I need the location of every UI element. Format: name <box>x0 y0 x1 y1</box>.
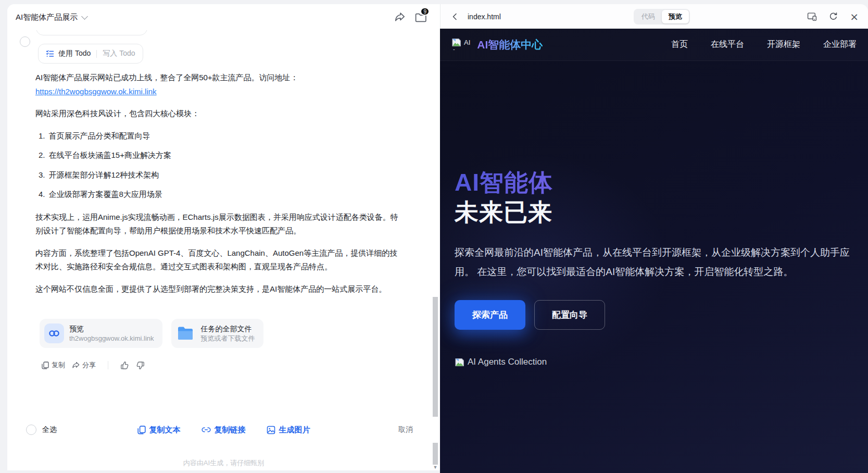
back-button[interactable] <box>451 13 459 21</box>
share-icon <box>72 362 80 369</box>
copy-icon <box>137 426 146 434</box>
files-card-subtitle: 预览或者下载文件 <box>201 334 255 343</box>
tab-preview[interactable]: 预览 <box>662 10 689 23</box>
chat-panel: AI智能体产品展示 9 <box>7 4 440 470</box>
window-edge <box>0 470 440 473</box>
message-select-radio[interactable] <box>20 36 30 47</box>
attachment-cards: 预览 th2wogbsggwow.ok.kimi.link 任务的全部文件 预览… <box>40 319 263 348</box>
preview-topbar: index.html 代码 预览 × <box>440 4 868 29</box>
list-item: 3.开源框架部分详解12种技术架构 <box>39 168 401 182</box>
broken-image-icon <box>455 358 466 367</box>
link-rings-icon <box>44 323 64 343</box>
chat-scroll-area: 使用 Todo 写入 Todo AI智能体产品展示网站已成功上线，整合了全网50… <box>7 24 440 412</box>
app-window: AI智能体产品展示 9 <box>0 0 868 473</box>
assistant-message: AI智能体产品展示网站已成功上线，整合了全网50+款主流产品。访问地址： htt… <box>35 71 401 304</box>
module-list: 1.首页展示产品分类和配置向导 2.在线平台板块涵盖15+商业解决方案 3.开源… <box>39 129 401 202</box>
refresh-icon[interactable] <box>829 12 838 21</box>
link-icon <box>202 426 211 434</box>
select-all-radio[interactable] <box>26 425 36 435</box>
hero-description: 探索全网最前沿的AI智能体产品，从在线平台到开源框架，从企业级解决方案到个人助手… <box>455 243 857 281</box>
nav-home[interactable]: 首页 <box>671 39 688 50</box>
site-brand[interactable]: AI智能体中心 <box>477 38 543 52</box>
generate-image-button[interactable]: 生成图片 <box>267 425 310 435</box>
message-actions: 复制 分享 <box>42 360 145 370</box>
message-paragraph-2: 网站采用深色科技风设计，包含四大核心模块： <box>35 107 401 121</box>
hero-title-gradient: AI智能体 <box>455 168 868 197</box>
ai-disclaimer: 内容由AI生成，请仔细甄别 <box>7 458 440 468</box>
todo-pill: 使用 Todo 写入 Todo <box>38 44 143 64</box>
divider <box>96 50 97 58</box>
selection-bar: 全选 复制文本 复制链接 <box>7 417 440 443</box>
code-preview-toggle: 代码 预览 <box>634 9 690 24</box>
image-alt-text: AI Agents Collection <box>468 357 547 367</box>
nav-open-source[interactable]: 开源框架 <box>767 39 800 50</box>
share-icon[interactable] <box>393 11 406 23</box>
list-item: 2.在线平台板块涵盖15+商业解决方案 <box>39 148 401 163</box>
folder-badge: 9 <box>420 7 430 16</box>
todo-use-button[interactable]: 使用 Todo <box>58 49 91 58</box>
nav-enterprise[interactable]: 企业部署 <box>823 39 857 50</box>
todo-checklist-icon <box>46 49 54 58</box>
blue-folder-icon <box>176 325 196 342</box>
message-paragraph-3: 技术实现上，运用Anime.js实现流畅动画，ECharts.js展示数据图表，… <box>35 210 401 238</box>
chat-header: AI智能体产品展示 9 <box>7 4 440 30</box>
preview-card-title: 预览 <box>69 324 154 334</box>
close-icon[interactable]: × <box>850 11 859 22</box>
config-wizard-button[interactable]: 配置向导 <box>534 300 605 330</box>
explore-products-button[interactable]: 探索产品 <box>455 300 525 330</box>
message-paragraph-1: AI智能体产品展示网站已成功上线，整合了全网50+款主流产品。访问地址： <box>35 73 298 82</box>
list-item: 4.企业级部署方案覆盖8大应用场景 <box>39 188 401 202</box>
copy-icon <box>42 362 49 369</box>
files-folder-icon[interactable]: 9 <box>414 11 426 23</box>
hero-title-white: 未来已来 <box>455 197 868 227</box>
preview-link-card[interactable]: 预览 th2wogbsggwow.ok.kimi.link <box>40 319 162 348</box>
message-paragraph-5: 这个网站不仅信息全面，更提供了从选型到部署的完整决策支持，是AI智能体产品的一站… <box>35 282 401 296</box>
chevron-down-icon[interactable] <box>81 13 88 20</box>
all-files-card[interactable]: 任务的全部文件 预览或者下载文件 <box>171 319 263 348</box>
todo-write-button[interactable]: 写入 Todo <box>103 49 135 58</box>
site-logo: AI - <box>451 38 470 51</box>
logo-alt-text: AI <box>464 39 470 46</box>
logo-alt-wrap: - <box>453 47 470 51</box>
tab-code[interactable]: 代码 <box>635 10 662 23</box>
list-item: 1.首页展示产品分类和配置向导 <box>39 129 401 143</box>
cancel-button[interactable]: 取消 <box>398 425 413 434</box>
filename: index.html <box>468 13 501 21</box>
image-icon <box>267 426 275 434</box>
copy-text-button[interactable]: 复制文本 <box>137 425 181 435</box>
site-header: AI - AI智能体中心 首页 在线平台 开源框架 企业部署 <box>440 29 868 61</box>
thumbs-up-icon[interactable] <box>120 361 129 370</box>
message-paragraph-4: 内容方面，系统整理了包括OpenAI GPT-4、百度文心、LangChain、… <box>35 246 401 274</box>
missing-hero-image: AI Agents Collection <box>455 357 868 367</box>
select-all-label: 全选 <box>42 425 57 434</box>
preview-card-url: th2wogbsggwow.ok.kimi.link <box>69 334 154 343</box>
site-nav: 首页 在线平台 开源框架 企业部署 <box>671 39 857 50</box>
thumbs-down-icon[interactable] <box>136 361 145 370</box>
responsive-device-icon[interactable] <box>807 12 817 21</box>
copy-button[interactable]: 复制 <box>42 360 65 370</box>
nav-online-platforms[interactable]: 在线平台 <box>711 39 744 50</box>
share-button[interactable]: 分享 <box>72 360 96 370</box>
chat-title[interactable]: AI智能体产品展示 <box>16 13 78 22</box>
site-link[interactable]: https://th2wogbsggwow.ok.kimi.link <box>35 87 157 96</box>
hero-section: AI智能体 未来已来 探索全网最前沿的AI智能体产品，从在线平台到开源框架，从企… <box>440 61 868 367</box>
rendered-site: AI - AI智能体中心 首页 在线平台 开源框架 企业部署 AI智能体 未来已… <box>440 29 868 473</box>
copy-link-button[interactable]: 复制链接 <box>202 425 246 435</box>
files-card-title: 任务的全部文件 <box>201 324 255 334</box>
divider <box>108 361 108 369</box>
